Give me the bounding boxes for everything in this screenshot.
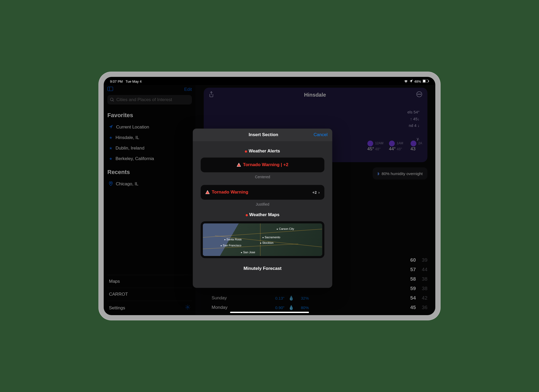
screen: 9:07 PM Tue May 4 48% bbox=[104, 77, 435, 315]
status-date: Tue May 4 bbox=[126, 80, 142, 83]
section-header-maps: Weather Maps bbox=[201, 212, 325, 218]
style-label-justified: Justified bbox=[201, 202, 325, 207]
ipad-frame: 9:07 PM Tue May 4 48% bbox=[98, 72, 441, 320]
alert-option-centered[interactable]: Tornado Warning | +2 bbox=[201, 158, 325, 172]
modal-body[interactable]: Weather Alerts Tornado Warning | +2 Cent… bbox=[193, 141, 332, 288]
home-indicator[interactable] bbox=[230, 312, 309, 313]
chevron-right-icon: › bbox=[318, 190, 320, 195]
location-arrow-icon bbox=[410, 80, 413, 83]
status-bar: 9:07 PM Tue May 4 48% bbox=[104, 77, 435, 85]
insert-section-modal: Insert Section Cancel Weather Alerts Tor… bbox=[193, 129, 332, 288]
map-city-label: San Francisco bbox=[221, 244, 241, 247]
section-header-minutely: Minutely Forecast bbox=[201, 266, 325, 271]
premium-dot-icon bbox=[246, 214, 248, 216]
battery-percent: 48% bbox=[414, 80, 421, 83]
map-city-label: Carson City bbox=[277, 227, 294, 230]
map-city-label: Stockton bbox=[260, 241, 273, 245]
warning-icon bbox=[206, 190, 210, 195]
cancel-button[interactable]: Cancel bbox=[314, 132, 328, 138]
map-option[interactable]: Carson City Sacramento Santa Rosa Stockt… bbox=[201, 221, 325, 258]
modal-header: Insert Section Cancel bbox=[193, 129, 332, 141]
svg-rect-2 bbox=[428, 81, 429, 82]
status-left: 9:07 PM Tue May 4 bbox=[110, 80, 142, 83]
status-time: 9:07 PM bbox=[110, 80, 123, 83]
alert-option-justified[interactable]: Tornado Warning +2 › bbox=[201, 185, 325, 200]
modal-title: Insert Section bbox=[213, 132, 314, 138]
style-label-centered: Centered bbox=[201, 175, 325, 179]
svg-rect-1 bbox=[423, 80, 426, 82]
app-content: Edit Favorites Current Location ★ Hinsda… bbox=[104, 85, 435, 315]
wifi-icon bbox=[404, 80, 408, 83]
map-city-label: Sacramento bbox=[263, 236, 280, 239]
section-header-alerts: Weather Alerts bbox=[201, 149, 325, 154]
map-city-label: Santa Rosa bbox=[224, 238, 241, 241]
status-right: 48% bbox=[404, 80, 429, 83]
map-city-label: San Jose bbox=[241, 251, 255, 254]
battery-icon bbox=[423, 80, 429, 83]
premium-dot-icon bbox=[245, 150, 247, 152]
warning-icon bbox=[237, 163, 241, 167]
